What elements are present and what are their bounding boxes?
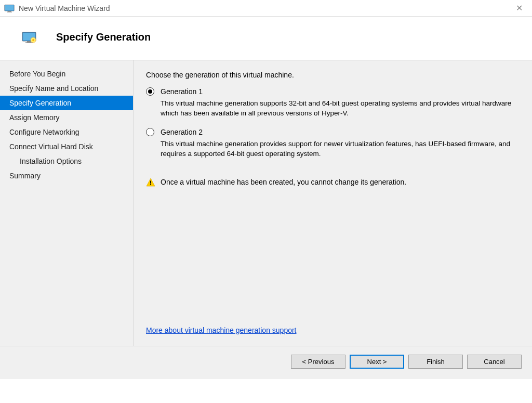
generation-2-description: This virtual machine generation provides… [161, 139, 516, 159]
main-panel: Choose the generation of this virtual ma… [134, 60, 532, 346]
generation-2-radio[interactable] [146, 128, 154, 136]
wizard-header: Specify Generation [0, 17, 532, 60]
generation-2-label[interactable]: Generation 2 [161, 128, 203, 136]
generation-1-description: This virtual machine generation supports… [161, 99, 516, 119]
content-area: Before You Begin Specify Name and Locati… [0, 60, 532, 346]
generation-2-radio-row[interactable]: Generation 2 [146, 128, 516, 136]
warning-icon [146, 178, 155, 187]
generation-1-radio-row[interactable]: Generation 1 [146, 87, 516, 96]
wizard-page-icon [22, 32, 36, 43]
generation-2-group: Generation 2 This virtual machine genera… [146, 128, 516, 159]
wizard-footer: < Previous Next > Finish Cancel [0, 346, 532, 379]
svg-rect-9 [150, 180, 151, 184]
svg-rect-7 [25, 42, 33, 43]
sidebar-item-before-you-begin[interactable]: Before You Begin [0, 67, 133, 81]
help-link-row: More about virtual machine generation su… [146, 326, 516, 334]
app-icon [4, 4, 15, 12]
svg-rect-6 [27, 41, 31, 43]
wizard-steps-sidebar: Before You Begin Specify Name and Locati… [0, 60, 134, 346]
sidebar-item-specify-generation[interactable]: Specify Generation [0, 96, 133, 110]
title-bar-text: New Virtual Machine Wizard [19, 4, 511, 12]
sidebar-item-summary[interactable]: Summary [0, 168, 133, 183]
sidebar-item-specify-name[interactable]: Specify Name and Location [0, 81, 133, 96]
sidebar-item-assign-memory[interactable]: Assign Memory [0, 110, 133, 125]
svg-rect-3 [7, 11, 12, 12]
next-button[interactable]: Next > [350, 355, 404, 369]
generation-1-radio[interactable] [146, 87, 154, 96]
title-bar: New Virtual Machine Wizard ✕ [0, 0, 532, 17]
svg-rect-10 [150, 184, 151, 185]
finish-button[interactable]: Finish [408, 355, 463, 369]
cancel-button[interactable]: Cancel [467, 355, 522, 369]
generation-1-label[interactable]: Generation 1 [161, 87, 203, 96]
svg-rect-2 [8, 11, 11, 12]
previous-button[interactable]: < Previous [291, 355, 345, 369]
sidebar-item-configure-networking[interactable]: Configure Networking [0, 125, 133, 139]
warning-row: Once a virtual machine has been created,… [146, 178, 516, 187]
close-icon[interactable]: ✕ [511, 2, 528, 14]
instruction-text: Choose the generation of this virtual ma… [146, 71, 516, 79]
svg-rect-1 [5, 5, 14, 10]
page-title: Specify Generation [56, 31, 151, 43]
generation-1-group: Generation 1 This virtual machine genera… [146, 87, 516, 119]
warning-text: Once a virtual machine has been created,… [161, 178, 406, 186]
help-link[interactable]: More about virtual machine generation su… [146, 326, 297, 334]
sidebar-item-connect-vhd[interactable]: Connect Virtual Hard Disk [0, 139, 133, 154]
sidebar-item-installation-options[interactable]: Installation Options [0, 154, 133, 168]
